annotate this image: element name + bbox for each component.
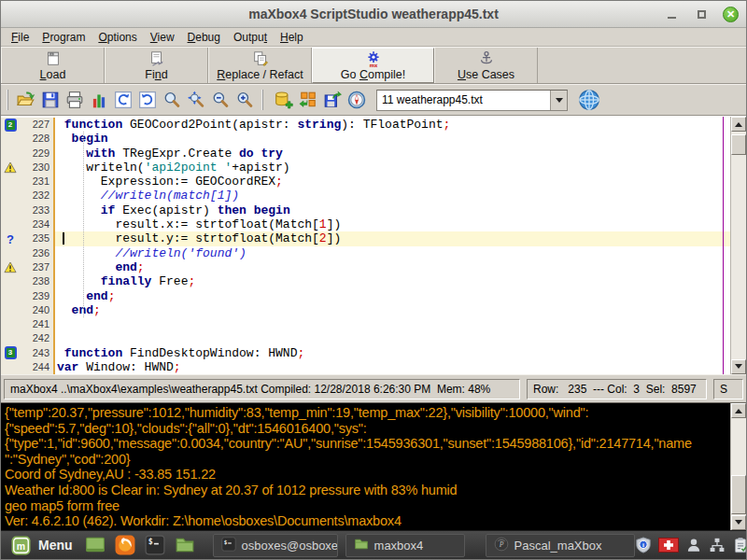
- code-line[interactable]: //writeln('found'): [55, 246, 730, 260]
- title-bar[interactable]: maXbox4 ScriptStudio weatherapp45.txt ✕: [1, 1, 746, 28]
- gutter-cell[interactable]: [1, 317, 20, 331]
- editor-line-230: 230 writeln('api2point '+apistr): [1, 161, 730, 175]
- code-line[interactable]: finally Free;: [55, 274, 730, 288]
- web-globe-button[interactable]: [577, 88, 601, 112]
- redo-icon[interactable]: [135, 88, 160, 112]
- code-line[interactable]: function GEOCoord2Point(apistr: string):…: [55, 118, 730, 132]
- code-line[interactable]: [55, 317, 730, 331]
- code-line[interactable]: Expression:= GEOCoordREX;: [55, 175, 730, 189]
- files-launcher-icon[interactable]: [173, 533, 197, 557]
- gutter-cell[interactable]: 3: [1, 346, 20, 360]
- gutter-cell[interactable]: [1, 132, 20, 146]
- code-editor[interactable]: 2227 function GEOCoord2Point(apistr: str…: [1, 116, 746, 374]
- zoom-icon[interactable]: [160, 88, 184, 112]
- editor-scroll-up-button[interactable]: [731, 117, 746, 132]
- console-scrollbar-thumb[interactable]: [731, 475, 746, 514]
- replace-refact-button[interactable]: Replace / Refact: [208, 48, 312, 83]
- gutter-cell[interactable]: [1, 161, 20, 175]
- code-line[interactable]: writeln('api2point '+apistr): [55, 161, 730, 175]
- code-line[interactable]: //writeln(match[1]): [55, 189, 730, 203]
- gutter-cell[interactable]: [1, 260, 20, 274]
- code-line[interactable]: result.y:= strtofloat(Match[2]): [55, 231, 730, 245]
- gutter-cell[interactable]: [1, 246, 20, 260]
- menu-item-output[interactable]: Output: [227, 29, 274, 46]
- script-file-selector[interactable]: 11 weatherapp45.txt: [376, 90, 568, 111]
- code-line[interactable]: var Window: HWND;: [55, 360, 730, 374]
- code-line[interactable]: function FindDesktopWindow: HWND;: [55, 346, 730, 360]
- code-line[interactable]: [55, 331, 730, 345]
- menu-item-file[interactable]: File: [5, 29, 35, 46]
- gutter-cell[interactable]: [1, 331, 20, 345]
- network-icon[interactable]: [709, 537, 726, 553]
- restore-button[interactable]: [693, 6, 710, 22]
- gutter-cell[interactable]: [1, 203, 20, 217]
- output-console[interactable]: {"temp":20.37,"pressure":1012,"humidity"…: [1, 402, 746, 530]
- firefox-launcher-icon[interactable]: [113, 533, 137, 557]
- keyboard-layout-icon[interactable]: [658, 538, 679, 553]
- code-line[interactable]: begin: [55, 132, 730, 146]
- console-scroll-down-button[interactable]: [731, 515, 746, 530]
- code-token: with: [86, 147, 115, 161]
- open-folder-icon[interactable]: [14, 88, 38, 112]
- gutter-cell[interactable]: ?: [1, 231, 20, 245]
- zoom-out-icon[interactable]: [208, 88, 233, 112]
- menu-item-program[interactable]: Program: [35, 29, 92, 46]
- undo-icon[interactable]: [111, 88, 135, 112]
- gutter-cell[interactable]: [1, 289, 20, 303]
- status-mode: S: [713, 379, 743, 399]
- console-scroll-up-button[interactable]: [731, 403, 746, 418]
- gutter-cell[interactable]: [1, 217, 20, 231]
- db-add-icon[interactable]: [272, 88, 296, 112]
- minimize-button[interactable]: [663, 6, 680, 22]
- editor-scrollbar-thumb[interactable]: [731, 134, 746, 155]
- terminal-launcher-icon[interactable]: $: [143, 533, 167, 557]
- editor-scroll-down-button[interactable]: [731, 359, 746, 374]
- line-number: 236: [20, 246, 55, 260]
- compass-icon[interactable]: [345, 88, 369, 112]
- zoom-in-icon[interactable]: [233, 88, 257, 112]
- editor-line-234: 234 result.x:= strtofloat(Match[1]): [1, 217, 730, 231]
- task-button-maxbox4[interactable]: maxbox4: [345, 534, 465, 557]
- clipboard-icon[interactable]: [732, 537, 747, 553]
- console-scrollbar[interactable]: [730, 403, 746, 530]
- mint-menu-button[interactable]: m Menu: [5, 531, 80, 559]
- use-cases-button[interactable]: Use Cases: [434, 48, 538, 83]
- script-file-selector-dropdown-button[interactable]: [550, 91, 567, 110]
- toolbar-grip[interactable]: [7, 90, 10, 110]
- code-token: end: [115, 260, 136, 274]
- gutter-cell[interactable]: 2: [1, 118, 20, 132]
- save-export-icon[interactable]: [320, 88, 345, 112]
- gutter-cell[interactable]: [1, 303, 20, 317]
- go-compile-button[interactable]: mxGo Compile!: [312, 48, 434, 83]
- task-button-pascal-maxbox[interactable]: PPascal_maXbox: [486, 534, 635, 557]
- show-desktop-launcher-icon[interactable]: [83, 533, 107, 557]
- menu-item-view[interactable]: View: [144, 29, 181, 46]
- user-icon[interactable]: [685, 537, 702, 553]
- gutter-cell[interactable]: [1, 274, 20, 288]
- menu-item-debug[interactable]: Debug: [181, 29, 227, 46]
- code-line[interactable]: end;: [55, 260, 730, 274]
- code-line[interactable]: with TRegExpr.Create do try: [55, 147, 730, 161]
- code-line[interactable]: end;: [55, 303, 730, 317]
- menu-item-options[interactable]: Options: [92, 29, 143, 46]
- load-button[interactable]: Load: [1, 48, 105, 83]
- zoom-pan-icon[interactable]: [184, 88, 208, 112]
- tiles-arrow-icon[interactable]: [296, 88, 320, 112]
- gutter-cell[interactable]: [1, 147, 20, 161]
- gutter-cell[interactable]: [1, 360, 20, 374]
- find-button[interactable]: Find: [105, 48, 208, 83]
- save-icon[interactable]: [38, 88, 63, 112]
- shield-icon[interactable]: i: [635, 537, 652, 553]
- code-line[interactable]: result.x:= strtofloat(Match[1]): [55, 217, 730, 231]
- close-button[interactable]: ✕: [723, 7, 739, 22]
- console-line: Coord of Sydney,AU : -33.85 151.22: [5, 467, 729, 483]
- editor-scrollbar[interactable]: [730, 117, 746, 374]
- gutter-cell[interactable]: [1, 175, 20, 189]
- gutter-cell[interactable]: [1, 189, 20, 203]
- code-line[interactable]: if Exec(apistr) then begin: [55, 203, 730, 217]
- code-line[interactable]: end;: [55, 289, 730, 303]
- menu-item-help[interactable]: Help: [274, 29, 310, 46]
- print-icon[interactable]: [63, 88, 87, 112]
- chart-icon[interactable]: [87, 88, 111, 112]
- task-button-osboxes-osboxe-[interactable]: $osboxes@osboxe...: [213, 534, 338, 557]
